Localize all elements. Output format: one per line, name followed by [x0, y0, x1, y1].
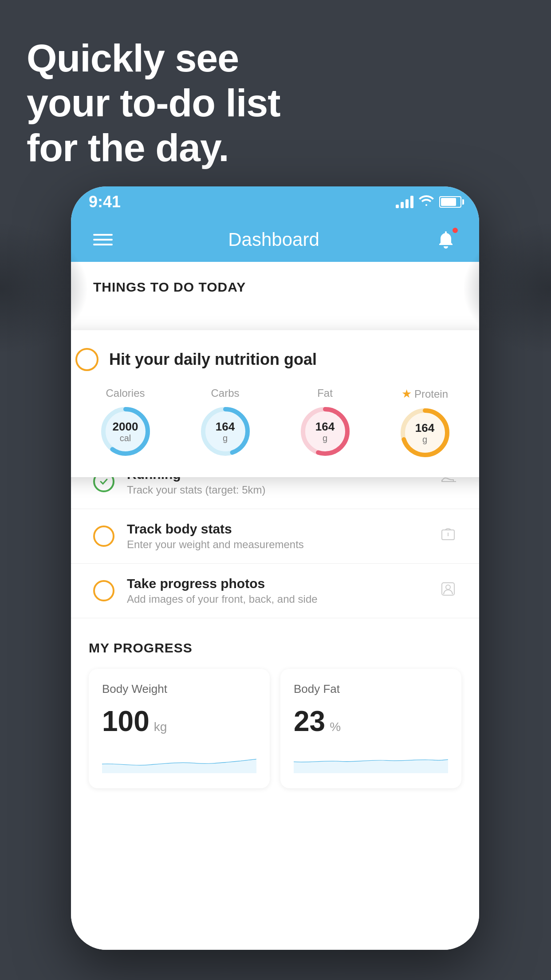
star-icon: ★ — [401, 387, 412, 401]
body-stats-title: Track body stats — [127, 522, 427, 537]
calories-label: Calories — [106, 387, 145, 399]
status-icons — [396, 194, 461, 210]
body-weight-value-row: 100 kg — [102, 705, 256, 738]
fat-label: Fat — [317, 387, 333, 399]
todo-item-photos[interactable]: Take progress photos Add images of your … — [71, 564, 479, 618]
protein-unit: g — [415, 434, 434, 444]
body-stats-checkbox[interactable] — [93, 526, 114, 547]
body-fat-unit: % — [330, 720, 341, 734]
carbs-ring: 164 g — [199, 405, 252, 458]
calories-item: Calories 2000 cal — [99, 387, 152, 458]
fat-ring: 164 g — [299, 405, 352, 458]
todo-item-body-stats[interactable]: Track body stats Enter your weight and m… — [71, 509, 479, 564]
fat-unit: g — [315, 433, 335, 443]
status-bar: 9:41 — [71, 186, 479, 217]
body-fat-value-row: 23 % — [294, 705, 448, 738]
wifi-icon — [419, 194, 434, 210]
body-fat-chart — [294, 747, 448, 773]
protein-label: ★ Protein — [401, 387, 448, 401]
fat-value: 164 — [315, 420, 335, 433]
phone-content: THINGS TO DO TODAY Hit your daily nutrit… — [71, 262, 479, 950]
phone-mockup: 9:41 Da — [71, 186, 479, 950]
protein-ring: 164 g — [398, 406, 452, 459]
running-subtitle: Track your stats (target: 5km) — [127, 484, 427, 496]
nutrition-card-title: Hit your daily nutrition goal — [109, 350, 317, 369]
todo-list: Running Track your stats (target: 5km) T… — [71, 454, 479, 618]
calories-unit: cal — [113, 433, 138, 443]
body-weight-unit: kg — [154, 720, 167, 734]
hero-text: Quickly see your to-do list for the day. — [27, 36, 280, 170]
calories-value: 2000 — [113, 420, 138, 433]
photos-checkbox[interactable] — [93, 580, 114, 601]
carbs-item: Carbs 164 g — [199, 387, 252, 458]
carbs-label: Carbs — [211, 387, 239, 399]
body-weight-title: Body Weight — [102, 682, 256, 696]
protein-value: 164 — [415, 422, 434, 435]
notification-bell-button[interactable] — [435, 229, 457, 251]
body-fat-card[interactable]: Body Fat 23 % — [280, 669, 461, 788]
nutrition-checkbox[interactable] — [75, 348, 98, 371]
signal-icon — [396, 196, 413, 208]
photos-text: Take progress photos Add images of your … — [127, 576, 427, 605]
carbs-value: 164 — [216, 420, 235, 433]
protein-item: ★ Protein 164 g — [398, 387, 452, 459]
fat-item: Fat 164 g — [299, 387, 352, 458]
status-time: 9:41 — [89, 193, 121, 211]
nutrition-goal-card: Hit your daily nutrition goal Calories — [71, 330, 479, 477]
photos-title: Take progress photos — [127, 576, 427, 591]
nav-bar: Dashboard — [71, 217, 479, 262]
scale-icon — [439, 526, 457, 547]
person-icon — [439, 580, 457, 602]
body-fat-value: 23 — [294, 705, 325, 738]
nav-title: Dashboard — [228, 229, 319, 250]
notification-badge — [452, 227, 459, 234]
nutrition-row: Calories 2000 cal — [75, 387, 475, 459]
body-fat-title: Body Fat — [294, 682, 448, 696]
carbs-unit: g — [216, 433, 235, 443]
battery-icon — [439, 196, 461, 208]
menu-button[interactable] — [93, 234, 113, 245]
calories-ring: 2000 cal — [99, 405, 152, 458]
photos-subtitle: Add images of your front, back, and side — [127, 593, 427, 605]
body-weight-chart — [102, 747, 256, 773]
progress-section: MY PROGRESS Body Weight 100 kg B — [71, 618, 479, 802]
things-to-do-header: THINGS TO DO TODAY — [71, 262, 479, 304]
body-stats-text: Track body stats Enter your weight and m… — [127, 522, 427, 551]
body-weight-card[interactable]: Body Weight 100 kg — [89, 669, 270, 788]
body-stats-subtitle: Enter your weight and measurements — [127, 538, 427, 551]
progress-cards: Body Weight 100 kg Body Fat 23 % — [89, 669, 461, 788]
svg-point-15 — [446, 585, 450, 589]
progress-header: MY PROGRESS — [89, 640, 461, 656]
body-weight-value: 100 — [102, 705, 150, 738]
